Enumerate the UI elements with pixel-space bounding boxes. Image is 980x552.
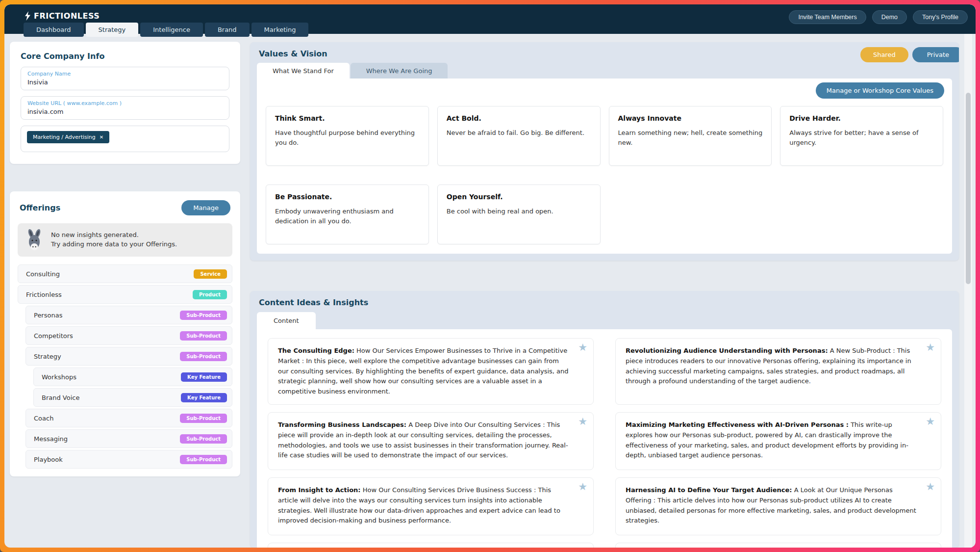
remove-tag-icon[interactable]: ✕ xyxy=(100,134,103,140)
content-idea-card[interactable]: ★ Harnessing AI to Define Your Target Au… xyxy=(615,477,941,535)
content-idea-card[interactable]: ★ The Role of Personas in Shaping Future… xyxy=(615,543,941,548)
offerings-list: Consulting Service Frictionless Product … xyxy=(18,264,232,469)
values-vision-tabs: What We Stand For Where We Are Going xyxy=(257,63,448,79)
content-idea-card[interactable]: ★ Transforming Business Landscapes: A De… xyxy=(268,412,594,470)
core-company-info-panel: Core Company Info Company Name Website U… xyxy=(10,42,240,164)
offering-row-brand-voice[interactable]: Brand Voice Key Feature xyxy=(33,388,232,407)
value-card[interactable]: Act Bold. Never be afraid to fail. Go bi… xyxy=(437,106,601,166)
nav-tab-strategy[interactable]: Strategy xyxy=(86,23,139,37)
nav-tab-marketing[interactable]: Marketing xyxy=(251,23,309,37)
industry-tag-label: Marketing / Advertising xyxy=(33,134,96,140)
offering-row-strategy[interactable]: Strategy Sub-Product xyxy=(25,347,232,366)
core-values-grid: Think Smart. Have thoughtful purpose beh… xyxy=(266,106,943,244)
offering-row-workshops[interactable]: Workshops Key Feature xyxy=(33,368,232,386)
core-company-info-title: Core Company Info xyxy=(21,52,229,61)
value-card[interactable]: Always Innovate Learn something new; hel… xyxy=(609,106,772,166)
invite-team-members-button[interactable]: Invite Team Members xyxy=(789,10,866,24)
primary-nav: Dashboard Strategy Intelligence Brand Ma… xyxy=(24,23,308,37)
value-card[interactable]: Think Smart. Have thoughtful purpose beh… xyxy=(266,106,429,166)
manage-offerings-button[interactable]: Manage xyxy=(181,200,230,215)
offering-row-coach[interactable]: Coach Sub-Product xyxy=(25,409,232,427)
page-gradient-frame: FRICTIONLESS Invite Team Members Demo To… xyxy=(0,0,980,552)
favorite-star-icon[interactable]: ★ xyxy=(926,547,935,548)
company-name-field[interactable]: Company Name xyxy=(21,67,229,90)
offerings-panel: Offerings Manage No new insight xyxy=(10,191,240,476)
value-card[interactable]: Open Yourself. Be cool with being real a… xyxy=(437,184,601,244)
offering-row-competitors[interactable]: Competitors Sub-Product xyxy=(25,326,232,345)
favorite-star-icon[interactable]: ★ xyxy=(578,417,587,427)
favorite-star-icon[interactable]: ★ xyxy=(926,342,935,353)
content-ideas-title: Content Ideas & Insights xyxy=(259,298,368,307)
lightning-logo-icon xyxy=(24,11,31,21)
favorite-star-icon[interactable]: ★ xyxy=(578,547,587,548)
value-card[interactable]: Drive Harder. Always strive for better; … xyxy=(780,106,943,166)
content-idea-card[interactable]: ★ Unleashing Business Potential: The Pow… xyxy=(268,543,594,548)
demo-button[interactable]: Demo xyxy=(872,10,907,24)
app-logo: FRICTIONLESS xyxy=(24,11,100,21)
insight-line-1: No new insights generated. xyxy=(51,231,177,240)
scrollbar-thumb[interactable] xyxy=(966,93,971,284)
nav-tab-brand[interactable]: Brand xyxy=(205,23,250,37)
product-badge: Product xyxy=(193,290,227,299)
website-url-field[interactable]: Website URL ( www.example.com ) xyxy=(21,96,229,120)
sub-product-badge: Sub-Product xyxy=(180,414,227,423)
sub-product-badge: Sub-Product xyxy=(180,331,227,341)
favorite-star-icon[interactable]: ★ xyxy=(578,342,587,353)
favorite-star-icon[interactable]: ★ xyxy=(578,482,587,492)
content-idea-card[interactable]: ★ Revolutionizing Audience Understanding… xyxy=(615,338,941,405)
values-tab-content: Manage or Workshop Core Values Think Sma… xyxy=(257,79,952,254)
private-toggle-button[interactable]: Private xyxy=(912,47,959,62)
insight-line-2: Try adding more data to your Offerings. xyxy=(51,240,177,249)
value-card[interactable]: Be Passionate. Embody unwavering enthusi… xyxy=(266,184,429,244)
offering-row-playbook[interactable]: Playbook Sub-Product xyxy=(25,450,232,469)
favorite-star-icon[interactable]: ★ xyxy=(926,482,935,492)
shared-toggle-button[interactable]: Shared xyxy=(860,47,908,62)
content-ideas-panel: Content Ideas & Insights Content ★ The C… xyxy=(250,291,959,548)
nav-tab-intelligence[interactable]: Intelligence xyxy=(140,23,203,37)
donkey-mascot-icon xyxy=(25,228,44,252)
values-vision-title: Values & Vision xyxy=(259,49,327,58)
tab-what-we-stand-for[interactable]: What We Stand For xyxy=(257,63,350,79)
website-url-input[interactable] xyxy=(27,107,223,115)
website-url-label: Website URL ( www.example.com ) xyxy=(27,100,223,106)
insights-empty-state: No new insights generated. Try adding mo… xyxy=(18,223,232,257)
key-feature-badge: Key Feature xyxy=(181,393,227,402)
offering-row-personas[interactable]: Personas Sub-Product xyxy=(25,306,232,324)
visibility-toggle: Shared Private xyxy=(860,47,959,62)
content-tab-body: ★ The Consulting Edge: How Our Services … xyxy=(257,329,952,548)
nav-tab-dashboard[interactable]: Dashboard xyxy=(24,23,84,37)
tab-where-we-are-going[interactable]: Where We Are Going xyxy=(351,63,448,79)
manage-core-values-button[interactable]: Manage or Workshop Core Values xyxy=(816,82,944,99)
industry-tag[interactable]: Marketing / Advertising ✕ xyxy=(27,131,109,143)
content-cards-grid: ★ The Consulting Edge: How Our Services … xyxy=(268,338,941,548)
offering-row-consulting[interactable]: Consulting Service xyxy=(18,264,232,283)
company-name-label: Company Name xyxy=(27,71,223,77)
content-idea-card[interactable]: ★ The Consulting Edge: How Our Services … xyxy=(268,338,594,405)
sub-product-badge: Sub-Product xyxy=(180,455,227,464)
header-actions: Invite Team Members Demo Tony's Profile xyxy=(789,10,968,24)
offering-row-messaging[interactable]: Messaging Sub-Product xyxy=(25,429,232,448)
sub-product-badge: Sub-Product xyxy=(180,352,227,361)
logo-text: FRICTIONLESS xyxy=(34,11,100,21)
favorite-star-icon[interactable]: ★ xyxy=(926,417,935,427)
key-feature-badge: Key Feature xyxy=(181,372,227,382)
scrollbar-track[interactable] xyxy=(964,34,972,548)
company-name-input[interactable] xyxy=(27,78,223,86)
offering-row-frictionless[interactable]: Frictionless Product xyxy=(18,285,232,304)
tab-content[interactable]: Content xyxy=(257,312,316,329)
service-badge: Service xyxy=(194,269,227,279)
sub-product-badge: Sub-Product xyxy=(180,434,227,444)
sub-product-badge: Sub-Product xyxy=(180,311,227,320)
profile-button[interactable]: Tony's Profile xyxy=(913,10,968,24)
app-surface: FRICTIONLESS Invite Team Members Demo To… xyxy=(4,4,976,548)
industry-tags-field[interactable]: Marketing / Advertising ✕ xyxy=(21,126,229,152)
values-vision-panel: Values & Vision Shared Private What We S… xyxy=(250,42,959,261)
content-idea-card[interactable]: ★ Maximizing Marketing Effectiveness wit… xyxy=(615,412,941,470)
offerings-title: Offerings xyxy=(20,203,60,212)
content-idea-card[interactable]: ★ From Insight to Action: How Our Consul… xyxy=(268,477,594,535)
